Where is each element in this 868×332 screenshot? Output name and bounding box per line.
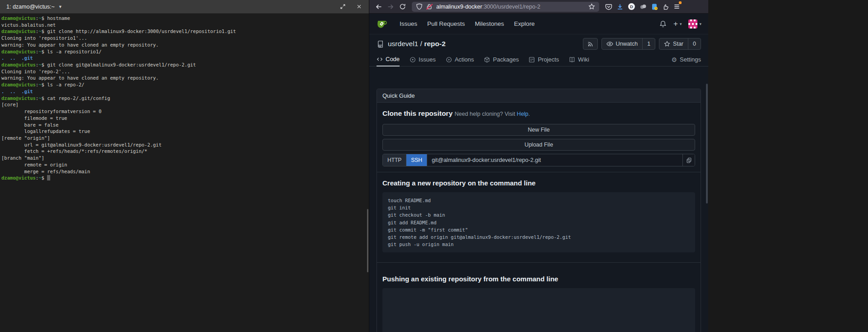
terminal-scrollbar[interactable] (367, 209, 368, 272)
terminal-line: dzamo@victus:~$ hostname (1, 15, 369, 22)
tab-wiki[interactable]: Wiki (569, 56, 589, 66)
ssh-protocol-button[interactable]: SSH (406, 154, 427, 166)
gear-icon: ⚙ (671, 57, 677, 63)
clone-url-input[interactable]: git@almalinux9-docker:usrdevel1/repo-2.g… (427, 154, 682, 166)
copy-url-button[interactable] (682, 154, 695, 166)
forward-button[interactable] (385, 1, 396, 12)
terminal-line: bare = false (1, 122, 369, 128)
code-line: git add README.md (388, 219, 690, 226)
document-extension-icon[interactable] (651, 3, 658, 10)
help-link[interactable]: Help (517, 111, 529, 117)
dark-reader-icon[interactable]: D (628, 3, 635, 10)
reload-button[interactable] (396, 1, 408, 12)
tab-wiki-label: Wiki (578, 56, 589, 63)
gray-extension-icon[interactable] (639, 3, 647, 10)
quick-guide-header: Quick Guide (377, 89, 701, 103)
shield-icon[interactable] (416, 3, 423, 10)
tab-code[interactable]: Code (377, 56, 400, 66)
back-button[interactable] (373, 1, 385, 12)
terminal-line: remote = origin (1, 161, 369, 168)
create-repo-code-block: touch README.mdgit initgit checkout -b m… (382, 192, 695, 252)
terminal-line: url = git@almalinux9-docker:usrdevel1/re… (1, 142, 369, 148)
code-line: touch README.md (388, 197, 690, 204)
terminal-line: repositoryformatversion = 0 (1, 108, 369, 115)
repository-icon (377, 40, 384, 48)
tab-settings[interactable]: ⚙ Settings (671, 56, 701, 66)
app-menu-button[interactable] (673, 3, 680, 10)
clone-help-suffix: . (529, 111, 530, 117)
terminal-title: 1: dzamo@victus:~ (6, 4, 55, 10)
nav-explore[interactable]: Explore (514, 20, 535, 27)
bookmark-star-icon[interactable] (588, 3, 595, 10)
code-line: git checkout -b main (388, 211, 690, 218)
tab-projects[interactable]: Projects (529, 56, 559, 66)
push-repo-code-block (382, 288, 695, 332)
terminal-output[interactable]: dzamo@victus:~$ hostnamevictus.balaitus.… (0, 14, 369, 181)
terminal-titlebar[interactable]: 1: dzamo@victus:~ ▼ (0, 0, 369, 14)
clone-help-text: Need help cloning? Visit (454, 111, 516, 117)
repo-owner-link[interactable]: usrdevel1 (388, 40, 418, 47)
repo-header: usrdevel1 / repo-2 Unwatch 1 (369, 34, 708, 53)
package-icon (484, 57, 490, 63)
gitea-logo[interactable] (376, 18, 388, 30)
user-avatar (688, 19, 697, 28)
terminal-line: fetch = +refs/heads/*:refs/remotes/origi… (1, 148, 369, 155)
hamburger-icon (673, 3, 680, 10)
tab-packages-label: Packages (493, 56, 519, 63)
chevron-down-icon[interactable]: ▼ (58, 5, 62, 9)
new-file-button[interactable]: New File (382, 124, 695, 136)
clone-heading: Clone this repository (382, 109, 453, 117)
nav-issues[interactable]: Issues (400, 20, 417, 27)
star-count[interactable]: 0 (688, 38, 701, 49)
restore-window-button[interactable] (339, 3, 346, 10)
tab-actions[interactable]: Actions (446, 56, 474, 66)
rss-icon (587, 41, 593, 47)
terminal-line: [remote "origin"] (1, 135, 369, 142)
code-icon (377, 56, 383, 62)
watch-count[interactable]: 1 (642, 38, 655, 49)
rss-button[interactable] (583, 38, 598, 50)
terminal-line: filemode = true (1, 115, 369, 122)
update-badge (679, 1, 682, 4)
page-scrollbar[interactable] (706, 84, 708, 204)
clone-section: Clone this repository Need help cloning?… (377, 103, 701, 172)
user-menu-button[interactable]: ▾ (688, 19, 701, 28)
code-line: git push -u origin main (388, 241, 690, 248)
push-repo-heading: Pushing an existing repository from the … (382, 275, 695, 283)
url-bar[interactable]: almalinux9-docker:3000/usrdevel1/repo-2 (412, 2, 599, 12)
nav-pull-requests[interactable]: Pull Requests (427, 20, 465, 27)
repo-title: usrdevel1 / repo-2 (388, 40, 446, 48)
terminal-line: warning: You appear to have cloned an em… (1, 75, 369, 81)
http-protocol-button[interactable]: HTTP (383, 154, 406, 166)
push-repo-section: Pushing an existing repository from the … (377, 263, 701, 332)
tab-settings-label: Settings (680, 56, 701, 63)
repo-tabs: Code Issues Actions Packages (369, 53, 708, 66)
downloads-icon[interactable] (616, 3, 624, 10)
code-line: git commit -m "first commit" (388, 226, 690, 233)
tab-issues[interactable]: Issues (410, 56, 436, 66)
repo-name-link[interactable]: repo-2 (424, 40, 445, 47)
actions-icon (446, 57, 452, 63)
star-button[interactable]: Star 0 (659, 38, 701, 50)
insecure-lock-icon[interactable] (426, 3, 433, 10)
eye-icon (606, 41, 613, 47)
upload-file-button[interactable]: Upload File (382, 139, 695, 151)
terminal-line: dzamo@victus:~$ ls -a repo-2/ (1, 81, 369, 88)
notifications-bell-icon[interactable] (659, 20, 667, 28)
plus-icon: + (673, 20, 678, 28)
thumbs-extension-icon[interactable] (662, 3, 669, 10)
create-new-button[interactable]: + ▾ (673, 20, 682, 28)
forward-arrow-icon (387, 3, 394, 10)
tab-packages[interactable]: Packages (484, 56, 519, 66)
nav-milestones[interactable]: Milestones (475, 20, 504, 27)
watch-button[interactable]: Unwatch 1 (601, 38, 656, 50)
copy-icon (686, 157, 692, 163)
pocket-icon[interactable] (605, 3, 612, 10)
star-icon (664, 41, 670, 47)
tab-issues-label: Issues (419, 56, 436, 63)
terminal-line: [branch "main"] (1, 155, 369, 161)
code-line: git init (388, 204, 690, 211)
reload-icon (399, 3, 406, 10)
close-window-button[interactable] (355, 3, 362, 10)
terminal-line: merge = refs/heads/main (1, 168, 369, 175)
